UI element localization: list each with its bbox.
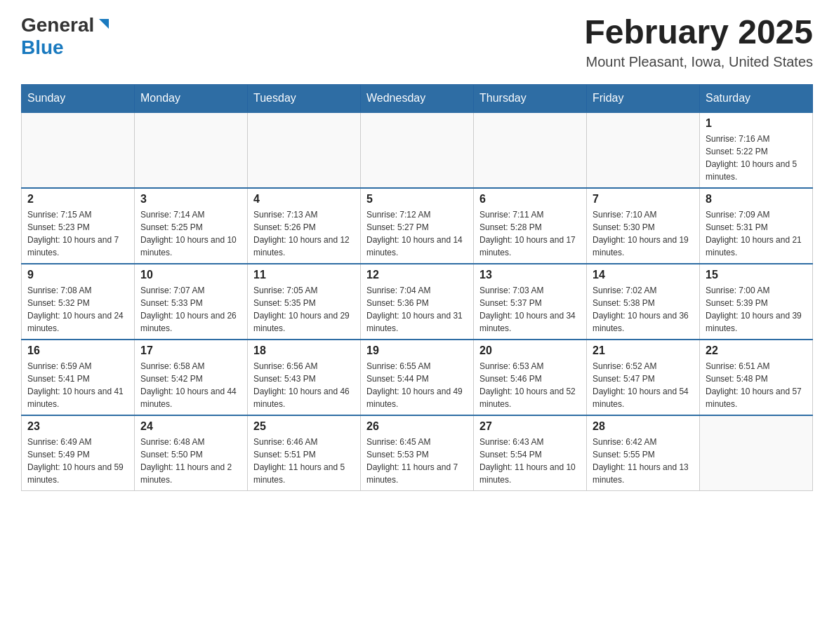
day-number: 24: [140, 420, 241, 433]
day-number: 2: [27, 193, 128, 206]
day-number: 10: [140, 269, 241, 281]
calendar-week-5: 23Sunrise: 6:49 AMSunset: 5:49 PMDayligh…: [22, 415, 813, 491]
day-info: Sunrise: 7:04 AMSunset: 5:36 PMDaylight:…: [366, 284, 468, 335]
day-number: 21: [593, 344, 694, 357]
calendar-cell: 8Sunrise: 7:09 AMSunset: 5:31 PMDaylight…: [700, 188, 813, 264]
day-info: Sunrise: 6:55 AMSunset: 5:44 PMDaylight:…: [366, 360, 468, 410]
calendar-cell: [135, 112, 248, 188]
calendar-cell: [361, 112, 474, 188]
day-info: Sunrise: 6:48 AMSunset: 5:50 PMDaylight:…: [140, 436, 241, 486]
day-info: Sunrise: 6:56 AMSunset: 5:43 PMDaylight:…: [253, 360, 355, 410]
logo-general-text: General: [21, 14, 94, 36]
calendar-cell: 14Sunrise: 7:02 AMSunset: 5:38 PMDayligh…: [587, 264, 700, 340]
calendar-cell: [248, 112, 361, 188]
day-info: Sunrise: 7:09 AMSunset: 5:31 PMDaylight:…: [706, 208, 807, 259]
calendar-cell: 5Sunrise: 7:12 AMSunset: 5:27 PMDaylight…: [361, 188, 474, 264]
calendar-cell: 20Sunrise: 6:53 AMSunset: 5:46 PMDayligh…: [474, 340, 587, 415]
calendar-cell: 18Sunrise: 6:56 AMSunset: 5:43 PMDayligh…: [248, 340, 361, 415]
logo-arrow-icon: [96, 16, 112, 34]
day-number: 4: [253, 193, 355, 206]
calendar-cell: 28Sunrise: 6:42 AMSunset: 5:55 PMDayligh…: [587, 415, 700, 491]
month-title: February 2025: [584, 14, 813, 51]
day-number: 17: [140, 344, 241, 357]
col-monday: Monday: [135, 84, 248, 112]
calendar-table: Sunday Monday Tuesday Wednesday Thursday…: [21, 84, 813, 491]
day-number: 14: [593, 269, 694, 281]
day-info: Sunrise: 7:05 AMSunset: 5:35 PMDaylight:…: [253, 284, 355, 335]
day-number: 1: [706, 117, 807, 130]
day-number: 13: [479, 269, 581, 281]
day-info: Sunrise: 7:02 AMSunset: 5:38 PMDaylight:…: [593, 284, 694, 335]
calendar-week-4: 16Sunrise: 6:59 AMSunset: 5:41 PMDayligh…: [22, 340, 813, 415]
day-info: Sunrise: 7:13 AMSunset: 5:26 PMDaylight:…: [253, 208, 355, 259]
logo-blue-text: Blue: [21, 36, 64, 58]
calendar-cell: 19Sunrise: 6:55 AMSunset: 5:44 PMDayligh…: [361, 340, 474, 415]
calendar-cell: 4Sunrise: 7:13 AMSunset: 5:26 PMDaylight…: [248, 188, 361, 264]
calendar-cell: [700, 415, 813, 491]
calendar-cell: 25Sunrise: 6:46 AMSunset: 5:51 PMDayligh…: [248, 415, 361, 491]
calendar-cell: 24Sunrise: 6:48 AMSunset: 5:50 PMDayligh…: [135, 415, 248, 491]
day-info: Sunrise: 7:00 AMSunset: 5:39 PMDaylight:…: [706, 284, 807, 335]
col-tuesday: Tuesday: [248, 84, 361, 112]
calendar-cell: 12Sunrise: 7:04 AMSunset: 5:36 PMDayligh…: [361, 264, 474, 340]
calendar-cell: [474, 112, 587, 188]
logo: General Blue: [21, 14, 112, 59]
day-info: Sunrise: 7:14 AMSunset: 5:25 PMDaylight:…: [140, 208, 241, 259]
day-number: 12: [366, 269, 468, 281]
calendar-cell: 3Sunrise: 7:14 AMSunset: 5:25 PMDaylight…: [135, 188, 248, 264]
day-number: 27: [479, 420, 581, 433]
day-number: 23: [27, 420, 128, 433]
page-header: General Blue February 2025 Mount Pleasan…: [21, 14, 813, 70]
calendar-week-3: 9Sunrise: 7:08 AMSunset: 5:32 PMDaylight…: [22, 264, 813, 340]
day-info: Sunrise: 6:46 AMSunset: 5:51 PMDaylight:…: [253, 436, 355, 486]
day-info: Sunrise: 7:12 AMSunset: 5:27 PMDaylight:…: [366, 208, 468, 259]
calendar-week-2: 2Sunrise: 7:15 AMSunset: 5:23 PMDaylight…: [22, 188, 813, 264]
day-number: 19: [366, 344, 468, 357]
calendar-cell: [587, 112, 700, 188]
calendar-cell: [22, 112, 135, 188]
calendar-cell: 1Sunrise: 7:16 AMSunset: 5:22 PMDaylight…: [700, 112, 813, 188]
day-number: 16: [27, 344, 128, 357]
location-title: Mount Pleasant, Iowa, United States: [584, 54, 813, 70]
calendar-cell: 13Sunrise: 7:03 AMSunset: 5:37 PMDayligh…: [474, 264, 587, 340]
svg-marker-0: [99, 19, 109, 29]
day-number: 6: [479, 193, 581, 206]
col-saturday: Saturday: [700, 84, 813, 112]
day-number: 26: [366, 420, 468, 433]
day-info: Sunrise: 7:10 AMSunset: 5:30 PMDaylight:…: [593, 208, 694, 259]
calendar-cell: 6Sunrise: 7:11 AMSunset: 5:28 PMDaylight…: [474, 188, 587, 264]
day-info: Sunrise: 6:53 AMSunset: 5:46 PMDaylight:…: [479, 360, 581, 410]
day-info: Sunrise: 6:45 AMSunset: 5:53 PMDaylight:…: [366, 436, 468, 486]
day-number: 28: [593, 420, 694, 433]
calendar-cell: 26Sunrise: 6:45 AMSunset: 5:53 PMDayligh…: [361, 415, 474, 491]
day-info: Sunrise: 6:43 AMSunset: 5:54 PMDaylight:…: [479, 436, 581, 486]
day-info: Sunrise: 6:52 AMSunset: 5:47 PMDaylight:…: [593, 360, 694, 410]
calendar-cell: 10Sunrise: 7:07 AMSunset: 5:33 PMDayligh…: [135, 264, 248, 340]
day-info: Sunrise: 7:07 AMSunset: 5:33 PMDaylight:…: [140, 284, 241, 335]
day-number: 18: [253, 344, 355, 357]
day-number: 9: [27, 269, 128, 281]
day-number: 25: [253, 420, 355, 433]
calendar-cell: 23Sunrise: 6:49 AMSunset: 5:49 PMDayligh…: [22, 415, 135, 491]
day-info: Sunrise: 6:42 AMSunset: 5:55 PMDaylight:…: [593, 436, 694, 486]
calendar-cell: 7Sunrise: 7:10 AMSunset: 5:30 PMDaylight…: [587, 188, 700, 264]
title-block: February 2025 Mount Pleasant, Iowa, Unit…: [584, 14, 813, 70]
calendar-header-row: Sunday Monday Tuesday Wednesday Thursday…: [22, 84, 813, 112]
day-number: 5: [366, 193, 468, 206]
calendar-cell: 22Sunrise: 6:51 AMSunset: 5:48 PMDayligh…: [700, 340, 813, 415]
calendar-cell: 11Sunrise: 7:05 AMSunset: 5:35 PMDayligh…: [248, 264, 361, 340]
day-info: Sunrise: 6:59 AMSunset: 5:41 PMDaylight:…: [27, 360, 128, 410]
col-thursday: Thursday: [474, 84, 587, 112]
day-number: 20: [479, 344, 581, 357]
col-friday: Friday: [587, 84, 700, 112]
day-info: Sunrise: 7:03 AMSunset: 5:37 PMDaylight:…: [479, 284, 581, 335]
calendar-cell: 2Sunrise: 7:15 AMSunset: 5:23 PMDaylight…: [22, 188, 135, 264]
calendar-cell: 21Sunrise: 6:52 AMSunset: 5:47 PMDayligh…: [587, 340, 700, 415]
calendar-cell: 27Sunrise: 6:43 AMSunset: 5:54 PMDayligh…: [474, 415, 587, 491]
col-wednesday: Wednesday: [361, 84, 474, 112]
calendar-week-1: 1Sunrise: 7:16 AMSunset: 5:22 PMDaylight…: [22, 112, 813, 188]
day-number: 11: [253, 269, 355, 281]
day-number: 3: [140, 193, 241, 206]
calendar-cell: 15Sunrise: 7:00 AMSunset: 5:39 PMDayligh…: [700, 264, 813, 340]
day-info: Sunrise: 7:16 AMSunset: 5:22 PMDaylight:…: [706, 133, 807, 183]
